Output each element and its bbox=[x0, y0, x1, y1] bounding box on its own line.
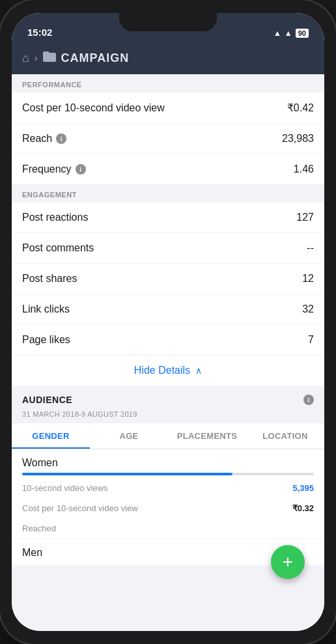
main-content: PERFORMANCE Cost per 10-second video vie… bbox=[12, 74, 324, 631]
metric-value-link-clicks: 32 bbox=[302, 303, 314, 315]
frequency-info-icon[interactable]: i bbox=[76, 164, 86, 175]
metric-row: Cost per 10-second video view ₹0.42 bbox=[12, 92, 324, 124]
metric-value-post-reactions: 127 bbox=[296, 212, 314, 223]
women-cost-value: ₹0.32 bbox=[292, 503, 314, 513]
women-video-views-value: 5,395 bbox=[292, 483, 314, 493]
hide-details-button[interactable]: Hide Details ∧ bbox=[12, 355, 324, 385]
metric-value-page-likes: 7 bbox=[308, 334, 314, 346]
fab-add-button[interactable]: + bbox=[271, 545, 305, 579]
battery-indicator: 90 bbox=[296, 29, 309, 38]
metric-row-reach: Reach i 23,983 bbox=[12, 124, 324, 154]
metric-label-reach: Reach i bbox=[22, 133, 66, 145]
women-cost-row: Cost per 10-second video view ₹0.32 bbox=[12, 498, 324, 518]
performance-section-header: PERFORMANCE bbox=[12, 74, 324, 92]
metric-label-cost: Cost per 10-second video view bbox=[22, 102, 165, 114]
phone-screen: 15:02 ▲ ▲ 90 ⌂ › CAMPAIGN PERFORMANCE bbox=[12, 13, 324, 631]
performance-card: Cost per 10-second video view ₹0.42 Reac… bbox=[12, 92, 324, 184]
metric-row-frequency: Frequency i 1.46 bbox=[12, 154, 324, 184]
women-bar-track bbox=[22, 473, 314, 475]
tab-age[interactable]: AGE bbox=[90, 423, 168, 449]
nav-bar: ⌂ › CAMPAIGN bbox=[12, 42, 324, 74]
audience-info-icon[interactable]: i bbox=[303, 395, 314, 405]
metric-value-frequency: 1.46 bbox=[294, 163, 314, 175]
women-audience-card: Women 10-second video views 5,395 Cost p… bbox=[12, 449, 324, 539]
reach-info-icon[interactable]: i bbox=[56, 133, 66, 144]
signal-icon: ▲ bbox=[273, 29, 281, 38]
metric-label-frequency: Frequency i bbox=[22, 163, 86, 175]
folder-icon bbox=[43, 51, 56, 65]
metric-label-post-shares: Post shares bbox=[22, 273, 77, 285]
tab-gender[interactable]: GENDER bbox=[12, 423, 90, 449]
hide-details-label: Hide Details bbox=[134, 365, 190, 376]
audience-section: AUDIENCE i 31 MARCH 2018-9 AUGUST 2019 bbox=[12, 385, 324, 423]
engagement-section-header: ENGAGEMENT bbox=[12, 184, 324, 203]
breadcrumb-chevron: › bbox=[35, 53, 38, 63]
wifi-icon: ▲ bbox=[285, 29, 292, 38]
women-reached-row: Reached bbox=[12, 518, 324, 539]
status-time: 15:02 bbox=[27, 27, 52, 38]
women-cost-label: Cost per 10-second video view bbox=[22, 503, 138, 513]
metric-value-cost: ₹0.42 bbox=[287, 102, 314, 114]
fab-plus-icon: + bbox=[283, 552, 293, 572]
metric-label-page-likes: Page likes bbox=[22, 334, 70, 346]
metric-label-post-comments: Post comments bbox=[22, 242, 94, 254]
audience-header: AUDIENCE i bbox=[12, 385, 324, 408]
home-icon[interactable]: ⌂ bbox=[22, 51, 29, 65]
chevron-up-icon: ∧ bbox=[195, 365, 202, 376]
women-video-views-label: 10-second video views bbox=[22, 483, 108, 493]
metric-row-post-comments: Post comments -- bbox=[12, 233, 324, 264]
metric-row-post-shares: Post shares 12 bbox=[12, 264, 324, 294]
metric-label-post-reactions: Post reactions bbox=[22, 212, 88, 223]
metric-value-reach: 23,983 bbox=[282, 133, 314, 145]
metric-row-post-reactions: Post reactions 127 bbox=[12, 203, 324, 233]
audience-title: AUDIENCE bbox=[22, 395, 72, 405]
women-video-views-row: 10-second video views 5,395 bbox=[12, 478, 324, 498]
women-gender-label: Women bbox=[12, 449, 324, 473]
metric-row-page-likes: Page likes 7 bbox=[12, 325, 324, 355]
phone-frame: 15:02 ▲ ▲ 90 ⌂ › CAMPAIGN PERFORMANCE bbox=[0, 0, 336, 644]
tab-placements[interactable]: PLACEMENTS bbox=[168, 423, 246, 449]
tab-location[interactable]: LOCATION bbox=[246, 423, 324, 449]
status-icons: ▲ ▲ 90 bbox=[273, 29, 309, 38]
notch bbox=[119, 13, 217, 31]
engagement-card: Post reactions 127 Post comments -- Post… bbox=[12, 203, 324, 355]
women-bar-fill bbox=[22, 473, 232, 475]
page-title: CAMPAIGN bbox=[61, 51, 130, 65]
women-reached-label: Reached bbox=[22, 524, 56, 533]
metric-value-post-shares: 12 bbox=[302, 273, 314, 285]
audience-tabs: GENDER AGE PLACEMENTS LOCATION bbox=[12, 423, 324, 449]
metric-label-link-clicks: Link clicks bbox=[22, 303, 70, 315]
audience-date-range: 31 MARCH 2018-9 AUGUST 2019 bbox=[12, 408, 324, 423]
metric-row-link-clicks: Link clicks 32 bbox=[12, 294, 324, 325]
metric-value-post-comments: -- bbox=[307, 242, 314, 254]
women-bar-container bbox=[12, 473, 324, 478]
